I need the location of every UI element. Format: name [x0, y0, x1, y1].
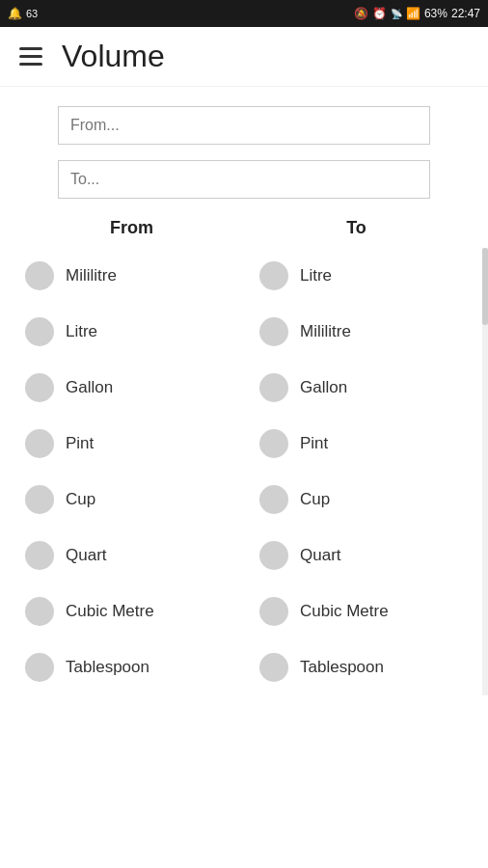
to-unit-label-4: Cup — [300, 490, 330, 509]
hamburger-line-1 — [19, 47, 42, 50]
from-unit-column: Mililitre Litre Gallon Pint Cup Quart Cu… — [10, 248, 244, 695]
column-headers: From To — [0, 208, 488, 248]
page-title: Volume — [62, 39, 165, 74]
screenshot-icon: 63 — [26, 8, 38, 19]
signal-icon: 📶 — [406, 7, 420, 20]
from-radio-4[interactable] — [25, 485, 54, 514]
status-bar: 🔔 63 🔕 ⏰ 📡 📶 63% 22:47 — [0, 0, 488, 27]
scrollbar-track — [482, 248, 488, 695]
hamburger-line-2 — [19, 55, 42, 58]
from-unit-item[interactable]: Pint — [10, 416, 244, 472]
to-radio-3[interactable] — [259, 429, 288, 458]
hamburger-line-3 — [19, 63, 42, 66]
location-icon: 📡 — [391, 9, 402, 19]
mute-icon: 🔕 — [354, 7, 368, 20]
from-radio-1[interactable] — [25, 317, 54, 346]
to-unit-item[interactable]: Cup — [244, 472, 478, 528]
notification-icon: 🔔 — [8, 7, 22, 20]
to-unit-label-6: Cubic Metre — [300, 602, 389, 621]
from-unit-item[interactable]: Tablespoon — [10, 639, 244, 695]
from-unit-label-0: Mililitre — [66, 266, 117, 285]
to-unit-label-2: Gallon — [300, 378, 347, 397]
alarm-icon: ⏰ — [372, 7, 387, 20]
from-unit-item[interactable]: Gallon — [10, 360, 244, 416]
to-unit-label-5: Quart — [300, 546, 341, 565]
from-column-header: From — [19, 218, 244, 238]
from-unit-label-2: Gallon — [66, 378, 113, 397]
to-unit-item[interactable]: Quart — [244, 528, 478, 583]
status-right-info: 🔕 ⏰ 📡 📶 63% 22:47 — [354, 7, 480, 20]
from-unit-label-3: Pint — [66, 434, 94, 453]
to-radio-4[interactable] — [259, 485, 288, 514]
to-radio-5[interactable] — [259, 541, 288, 570]
to-unit-item[interactable]: Mililitre — [244, 304, 478, 360]
from-input[interactable] — [58, 106, 430, 145]
from-radio-7[interactable] — [25, 653, 54, 682]
from-unit-label-6: Cubic Metre — [66, 602, 154, 621]
to-radio-1[interactable] — [259, 317, 288, 346]
from-unit-label-1: Litre — [66, 322, 97, 341]
to-radio-0[interactable] — [259, 261, 288, 290]
from-unit-item[interactable]: Cubic Metre — [10, 583, 244, 639]
from-radio-0[interactable] — [25, 261, 54, 290]
from-unit-item[interactable]: Cup — [10, 472, 244, 528]
to-unit-label-3: Pint — [300, 434, 328, 453]
to-unit-label-0: Litre — [300, 266, 332, 285]
from-unit-label-4: Cup — [66, 490, 95, 509]
app-header: Volume — [0, 27, 488, 87]
to-radio-6[interactable] — [259, 597, 288, 626]
to-unit-item[interactable]: Cubic Metre — [244, 583, 478, 639]
current-time: 22:47 — [451, 7, 480, 20]
to-radio-2[interactable] — [259, 373, 288, 402]
to-unit-item[interactable]: Pint — [244, 416, 478, 472]
to-unit-column: Litre Mililitre Gallon Pint Cup Quart Cu… — [244, 248, 478, 695]
scrollbar-thumb[interactable] — [482, 248, 488, 325]
input-section — [0, 87, 488, 208]
to-unit-label-1: Mililitre — [300, 322, 351, 341]
units-container: Mililitre Litre Gallon Pint Cup Quart Cu… — [0, 248, 488, 695]
from-radio-6[interactable] — [25, 597, 54, 626]
from-unit-item[interactable]: Quart — [10, 528, 244, 583]
to-input[interactable] — [58, 160, 430, 199]
to-unit-item[interactable]: Tablespoon — [244, 639, 478, 695]
from-radio-2[interactable] — [25, 373, 54, 402]
to-unit-label-7: Tablespoon — [300, 658, 384, 677]
menu-button[interactable] — [15, 43, 46, 69]
to-column-header: To — [244, 218, 469, 238]
from-unit-item[interactable]: Litre — [10, 304, 244, 360]
from-unit-item[interactable]: Mililitre — [10, 248, 244, 304]
to-radio-7[interactable] — [259, 653, 288, 682]
from-radio-5[interactable] — [25, 541, 54, 570]
battery-level: 63% — [424, 7, 447, 20]
from-unit-label-5: Quart — [66, 546, 107, 565]
from-radio-3[interactable] — [25, 429, 54, 458]
to-unit-item[interactable]: Gallon — [244, 360, 478, 416]
status-left-icons: 🔔 63 — [8, 7, 38, 20]
from-unit-label-7: Tablespoon — [66, 658, 149, 677]
main-content: From To Mililitre Litre Gallon Pint Cup … — [0, 87, 488, 695]
to-unit-item[interactable]: Litre — [244, 248, 478, 304]
